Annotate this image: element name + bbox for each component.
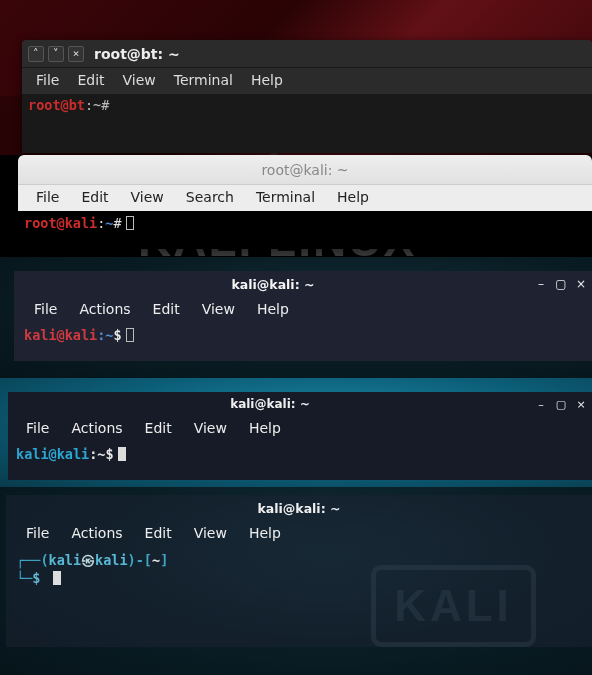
menubar: File Edit View Search Terminal Help — [18, 185, 592, 211]
prompt-path: ~ — [93, 97, 101, 113]
menu-view[interactable]: View — [184, 420, 237, 436]
prompt-line-2: └─$ — [16, 569, 582, 587]
prompt-paren-close: ) — [128, 552, 136, 568]
cursor-icon — [53, 571, 61, 585]
prompt-at: ㉿ — [81, 552, 95, 568]
prompt-host: kali — [65, 215, 98, 231]
prompt-dash: - — [136, 552, 144, 568]
prompt-at: @ — [61, 97, 69, 113]
kali-xfce-dark-desktop: kali@kali: ~ – ▢ × File Actions Edit Vie… — [0, 257, 592, 378]
menu-file[interactable]: File — [30, 72, 65, 88]
menu-view[interactable]: View — [192, 301, 245, 317]
menu-help[interactable]: Help — [239, 525, 291, 541]
prompt-user: kali — [16, 446, 49, 462]
prompt-at: @ — [57, 327, 65, 343]
menu-actions[interactable]: Actions — [61, 525, 132, 541]
window-maximize-button[interactable]: ▢ — [554, 277, 568, 291]
window-minimize-button[interactable]: – — [534, 277, 548, 291]
kali-xfce-terminal-window: kali@kali: ~ – ▢ × File Actions Edit Vie… — [8, 392, 592, 480]
prompt-at: @ — [49, 446, 57, 462]
backtrack-terminal-window: ˄ ˅ × root@bt: ~ File Edit View Terminal… — [22, 40, 592, 153]
menu-edit[interactable]: Edit — [71, 189, 118, 205]
prompt-colon: : — [85, 97, 93, 113]
prompt-at: @ — [57, 215, 65, 231]
cursor-icon — [126, 216, 134, 230]
menu-view[interactable]: View — [184, 525, 237, 541]
cursor-icon — [118, 447, 126, 461]
cursor-icon — [126, 328, 134, 342]
prompt-user: kali — [24, 327, 57, 343]
kali-old-desktop: KALI LINUX root@kali: ~ File Edit View S… — [0, 155, 592, 257]
prompt-user: kali — [49, 552, 82, 568]
menu-terminal[interactable]: Terminal — [168, 72, 239, 88]
terminal-body[interactable]: kali@kali:~$ — [8, 444, 592, 480]
menu-actions[interactable]: Actions — [69, 301, 140, 317]
kali-zsh-terminal-window: kali@kali: ~ File Actions Edit View Help… — [6, 495, 592, 647]
prompt-deco-bottom: └─ — [16, 570, 32, 586]
menubar: File Actions Edit View Help — [6, 521, 592, 551]
kali-zsh-desktop: KALI kali@kali: ~ File Actions Edit View… — [0, 487, 592, 675]
prompt-symbol: # — [101, 97, 109, 113]
titlebar[interactable]: kali@kali: ~ — [6, 495, 592, 521]
menu-help[interactable]: Help — [245, 72, 289, 88]
menu-actions[interactable]: Actions — [61, 420, 132, 436]
window-title: root@kali: ~ — [261, 162, 348, 178]
menu-help[interactable]: Help — [327, 189, 379, 205]
window-maximize-button[interactable]: ▢ — [554, 398, 568, 411]
prompt-host: kali — [65, 327, 98, 343]
terminal-body[interactable]: ┌──(kali㉿kali)-[~] └─$ — [6, 551, 592, 647]
titlebar[interactable]: root@kali: ~ — [18, 155, 592, 185]
menu-file[interactable]: File — [24, 301, 67, 317]
prompt-host: kali — [57, 446, 90, 462]
window-close-button[interactable]: × — [574, 398, 588, 411]
kali-xfce-terminal-window: kali@kali: ~ – ▢ × File Actions Edit Vie… — [14, 271, 592, 361]
menubar: File Edit View Terminal Help — [22, 68, 592, 94]
window-close-button[interactable]: × — [574, 277, 588, 291]
titlebar[interactable]: kali@kali: ~ – ▢ × — [14, 271, 592, 297]
backtrack-desktop: back | track5 ˄ ˅ × root@bt: ~ File Edit… — [0, 0, 592, 155]
menu-view[interactable]: View — [117, 72, 162, 88]
prompt-symbol: $ — [105, 446, 113, 462]
window-title: root@bt: ~ — [94, 46, 180, 62]
menu-terminal[interactable]: Terminal — [246, 189, 325, 205]
window-expand-button[interactable]: ˅ — [48, 46, 64, 62]
terminal-body[interactable]: kali@kali:~$ — [14, 325, 592, 361]
menu-file[interactable]: File — [16, 420, 59, 436]
menu-view[interactable]: View — [121, 189, 174, 205]
menu-edit[interactable]: Edit — [135, 420, 182, 436]
terminal-body[interactable]: root@bt:~# — [22, 94, 592, 153]
menubar: File Actions Edit View Help — [14, 297, 592, 325]
menu-search[interactable]: Search — [176, 189, 244, 205]
kali-xfce-cyan-desktop: kali@kali: ~ – ▢ × File Actions Edit Vie… — [0, 378, 592, 487]
menu-edit[interactable]: Edit — [71, 72, 110, 88]
prompt-host: bt — [69, 97, 85, 113]
terminal-body[interactable]: root@kali:~# — [18, 211, 592, 249]
menubar: File Actions Edit View Help — [8, 416, 592, 444]
titlebar[interactable]: kali@kali: ~ – ▢ × — [8, 392, 592, 416]
menu-help[interactable]: Help — [239, 420, 291, 436]
menu-file[interactable]: File — [16, 525, 59, 541]
window-title: kali@kali: ~ — [12, 397, 528, 411]
window-collapse-button[interactable]: ˄ — [28, 46, 44, 62]
kali-gnome-terminal-window: root@kali: ~ File Edit View Search Termi… — [18, 155, 592, 249]
window-title: kali@kali: ~ — [258, 501, 341, 516]
prompt-deco-top: ┌── — [16, 552, 40, 568]
prompt-symbol: $ — [113, 327, 121, 343]
menu-edit[interactable]: Edit — [143, 301, 190, 317]
window-close-button[interactable]: × — [68, 46, 84, 62]
prompt-paren-open: ( — [40, 552, 48, 568]
menu-help[interactable]: Help — [247, 301, 299, 317]
prompt-bracket-open: [ — [144, 552, 152, 568]
window-minimize-button[interactable]: – — [534, 398, 548, 411]
prompt-bracket-close: ] — [160, 552, 168, 568]
prompt-symbol: # — [113, 215, 121, 231]
prompt-line-1: ┌──(kali㉿kali)-[~] — [16, 551, 582, 569]
prompt-symbol: $ — [32, 570, 40, 586]
titlebar[interactable]: ˄ ˅ × root@bt: ~ — [22, 40, 592, 68]
menu-edit[interactable]: Edit — [135, 525, 182, 541]
prompt-path: ~ — [152, 552, 160, 568]
window-title: kali@kali: ~ — [18, 277, 528, 292]
prompt-host: kali — [95, 552, 128, 568]
menu-file[interactable]: File — [26, 189, 69, 205]
prompt-user: root — [28, 97, 61, 113]
